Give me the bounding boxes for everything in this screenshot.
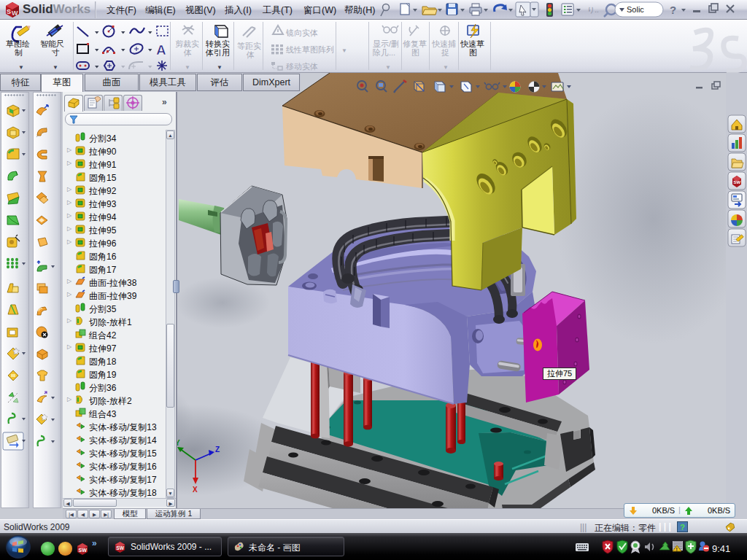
svg-text:SW: SW [734,180,741,184]
svg-text:X: X [193,486,198,494]
svg-text:り..: り.. [587,6,599,14]
svg-text:!: ! [676,547,678,552]
svg-text:SW: SW [116,545,124,551]
svg-text:Solic: Solic [627,5,644,14]
svg-text:A: A [156,42,166,58]
svg-text:?: ? [670,4,676,16]
svg-text:Z: Z [215,446,220,454]
svg-text:SW: SW [79,548,88,553]
